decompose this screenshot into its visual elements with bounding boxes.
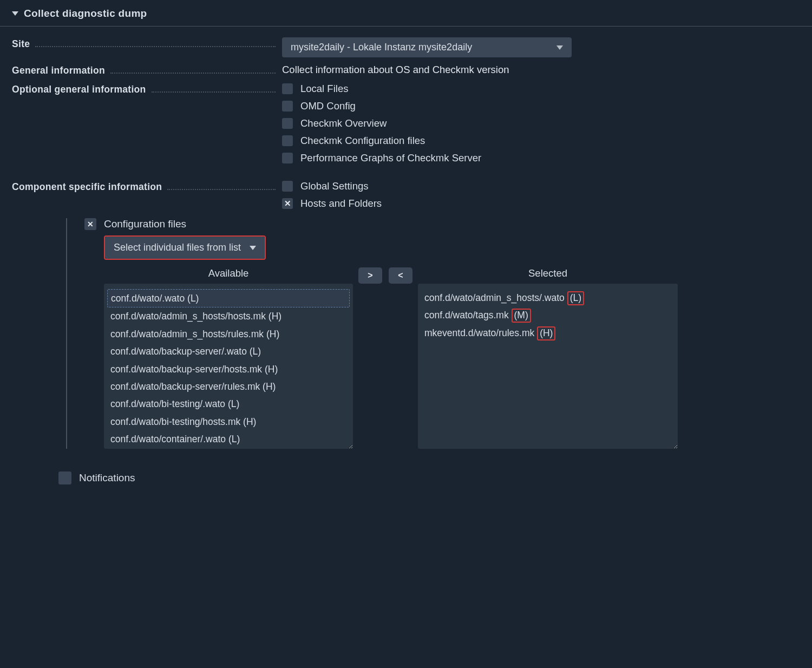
list-item[interactable]: mkeventd.d/wato/rules.mk (H): [421, 324, 675, 342]
list-item[interactable]: conf.d/wato/container/.wato (L): [107, 430, 350, 448]
move-left-button[interactable]: <: [389, 267, 412, 284]
checkbox-label: Checkmk Overview: [300, 117, 387, 129]
general-info-label: General information: [12, 65, 105, 76]
component-item: Global Settings: [282, 180, 800, 192]
sensitivity-tag: (L): [567, 291, 584, 305]
list-item[interactable]: conf.d/wato/admin_s_hosts/hosts.mk (H): [107, 307, 350, 325]
row-site: Site mysite2daily - Lokale Instanz mysit…: [0, 33, 812, 60]
checkbox-label: Hosts and Folders: [300, 198, 382, 209]
row-optional-info: Optional general information Local Files…: [0, 78, 812, 166]
collapse-triangle-icon: [12, 11, 18, 16]
chevron-down-icon: [250, 246, 256, 250]
checkbox[interactable]: [282, 118, 293, 129]
list-item[interactable]: conf.d/wato/backup-server/.wato (L): [107, 343, 350, 360]
checkbox[interactable]: [282, 83, 293, 94]
checkbox[interactable]: [282, 181, 293, 192]
available-listbox[interactable]: conf.d/wato/.wato (L)conf.d/wato/admin_s…: [104, 284, 353, 449]
component-info-label: Component specific information: [12, 181, 162, 193]
site-dropdown[interactable]: mysite2daily - Lokale Instanz mysite2dai…: [282, 37, 572, 57]
list-item[interactable]: conf.d/wato/backup-server/rules.mk (H): [107, 378, 350, 395]
config-files-title: Configuration files: [104, 218, 186, 230]
notifications-checkbox[interactable]: [58, 471, 71, 484]
section-header[interactable]: Collect diagnostic dump: [0, 4, 812, 26]
divider: [0, 26, 812, 27]
general-info-value: Collect information about OS and Checkmk…: [282, 64, 509, 75]
checkbox-label: Performance Graphs of Checkmk Server: [300, 152, 481, 164]
checkbox-label: OMD Config: [300, 100, 356, 112]
checkbox-label: Local Files: [300, 83, 348, 95]
mode-highlight: Select individual files from list: [104, 235, 266, 260]
site-label: Site: [12, 38, 30, 50]
dotted-fill: [35, 42, 276, 47]
notifications-label: Notifications: [79, 472, 135, 484]
optional-item: Local Files: [282, 83, 800, 95]
dotted-fill: [110, 68, 276, 74]
sensitivity-tag: (H): [537, 326, 555, 340]
checkbox-label: Global Settings: [300, 180, 368, 192]
checkbox-label: Checkmk Configuration files: [300, 135, 425, 147]
dotted-fill: [167, 185, 276, 190]
checkbox[interactable]: [282, 101, 293, 112]
close-icon[interactable]: ✕: [84, 218, 96, 230]
checkbox[interactable]: [282, 153, 293, 163]
checkbox[interactable]: [282, 198, 293, 209]
config-mode-value: Select individual files from list: [114, 242, 241, 253]
section-title: Collect diagnostic dump: [24, 8, 147, 19]
selected-title: Selected: [418, 267, 678, 279]
component-item: Hosts and Folders: [282, 198, 800, 209]
list-item[interactable]: conf.d/wato/admin_s_hosts/.wato (L): [421, 289, 675, 306]
list-item[interactable]: conf.d/wato/tags.mk (M): [421, 306, 675, 324]
optional-item: Checkmk Overview: [282, 117, 800, 129]
row-component-info: Component specific information Global Se…: [0, 176, 812, 212]
optional-item: Checkmk Configuration files: [282, 135, 800, 147]
site-selected-value: mysite2daily - Lokale Instanz mysite2dai…: [291, 42, 472, 53]
dotted-fill: [152, 87, 276, 93]
chevron-down-icon: [556, 45, 563, 50]
move-right-button[interactable]: >: [358, 267, 382, 284]
available-title: Available: [104, 267, 353, 279]
list-item[interactable]: conf.d/wato/backup-server/hosts.mk (H): [107, 361, 350, 378]
row-general-info: General information Collect information …: [0, 60, 812, 78]
list-item[interactable]: conf.d/wato/admin_s_hosts/rules.mk (H): [107, 325, 350, 343]
list-item[interactable]: conf.d/wato/bi-testing/hosts.mk (H): [107, 413, 350, 430]
optional-info-label: Optional general information: [12, 84, 146, 95]
optional-item: Performance Graphs of Checkmk Server: [282, 152, 800, 164]
sensitivity-tag: (M): [512, 309, 531, 323]
selected-listbox[interactable]: conf.d/wato/admin_s_hosts/.wato (L)conf.…: [418, 284, 678, 449]
list-item[interactable]: conf.d/wato/bi-testing/.wato (L): [107, 395, 350, 412]
list-item[interactable]: conf.d/wato/.wato (L): [107, 289, 350, 307]
checkbox[interactable]: [282, 135, 293, 146]
row-notifications: Notifications: [58, 471, 812, 484]
config-files-block: ✕ Configuration files Select individual …: [66, 218, 812, 449]
config-mode-dropdown[interactable]: Select individual files from list: [105, 237, 265, 259]
optional-item: OMD Config: [282, 100, 800, 112]
